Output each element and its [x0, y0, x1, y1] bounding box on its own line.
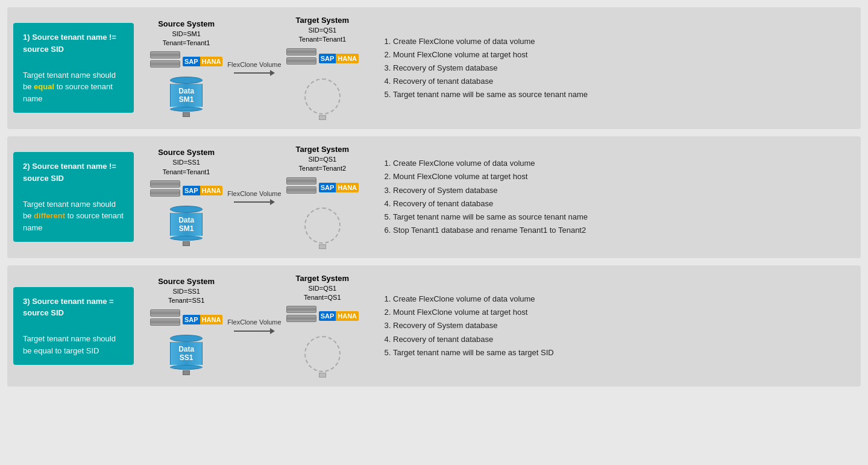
target-title-3: Target System	[296, 274, 350, 283]
hana-text: HANA	[200, 186, 223, 195]
blue-box-3: 3) Source tenant name = source SIDTarget…	[13, 287, 134, 365]
arrow-line-2	[234, 199, 275, 205]
target-sid-1: SID=QS1Tenant=Tenant1	[299, 26, 347, 45]
arrow-body-2	[234, 201, 270, 203]
scenario-number-1: 1) Source tenant name != source SID	[23, 31, 124, 55]
server-icon-2	[150, 189, 180, 197]
sap-hana-text-target-1: SAPHANA	[319, 54, 359, 63]
highlight-1: equal	[34, 82, 54, 91]
server-icon-t2	[286, 186, 316, 194]
target-cyl-3	[304, 336, 341, 372]
cyl-body-source: Data SM1	[170, 213, 203, 236]
data-cylinder-source-1: Data SM1	[170, 77, 203, 117]
sap-hana-text-source-1: SAPHANA	[183, 57, 222, 66]
server-icon-1	[150, 180, 180, 188]
server-icon-t1	[286, 177, 316, 185]
sap-hana-text-source-3: SAPHANA	[183, 315, 222, 324]
scenario-row-3: 3) Source tenant name = source SIDTarget…	[7, 265, 861, 387]
hana-text-t: HANA	[336, 54, 359, 63]
source-title-3: Source System	[158, 277, 215, 286]
arrow-head-3	[270, 328, 275, 334]
cyl-body-source: Data SM1	[170, 84, 203, 107]
server-stack-target-3	[286, 306, 316, 323]
step-2-5: Target tenant name will be same as sourc…	[393, 210, 855, 224]
steps-list-1: Create FlexClone volume of data volumeMo…	[375, 35, 855, 101]
data-cylinder-source-2: Data SM1	[170, 206, 203, 246]
logo-source-3: SAPHANA	[183, 315, 222, 324]
source-sid-2: SID=SS1Tenant=Tenant1	[163, 158, 210, 177]
step-1-5: Target tenant name will be same as sourc…	[393, 88, 855, 101]
step-2-2: Mount FlexClone volume at target host	[393, 170, 855, 183]
step-1-3: Recovery of System database	[393, 62, 855, 75]
sap-hana-target-3: SAPHANA	[286, 306, 359, 326]
diagram-1: Source System SID=SM1Tenant=Tenant1 SAPH…	[140, 16, 369, 121]
target-system-2: Target System SID=QS1Tenant=Tenant2 SAPH…	[286, 145, 359, 250]
step-3-5: Target tenant name will be same as targe…	[393, 346, 855, 359]
arrow-section-3: FlexClone Volume	[227, 318, 281, 334]
arrow-body-1	[234, 72, 270, 74]
target-volume-1	[304, 78, 341, 121]
step-1-2: Mount FlexClone volume at target host	[393, 48, 855, 62]
scenario-number-3: 3) Source tenant name = source SID	[23, 296, 124, 319]
blue-box-2: 2) Source tenant name != source SIDTarge…	[13, 152, 134, 242]
target-small-rect	[319, 373, 326, 378]
step-3-1: Create FlexClone volume of data volume	[393, 293, 855, 306]
server-stack-target-2	[286, 177, 316, 194]
hana-text-t: HANA	[336, 311, 359, 321]
target-system-3: Target System SID=QS1Tenant=QS1 SAPHANA	[286, 274, 359, 379]
target-title-2: Target System	[296, 145, 350, 154]
small-rect-source	[183, 112, 190, 117]
app-container: 1) Source tenant name != source SIDTarge…	[7, 7, 861, 387]
blue-subtitle-2: Target tenant name should be different t…	[23, 186, 124, 233]
source-title-2: Source System	[158, 148, 215, 157]
step-2-1: Create FlexClone volume of data volume	[393, 157, 855, 170]
target-cyl-1	[304, 78, 341, 115]
server-icon-1	[150, 309, 180, 317]
logo-target-2: SAPHANA	[319, 183, 359, 192]
cyl-bottom-source	[170, 236, 203, 241]
blue-subtitle-3: Target tenant name should be equal to ta…	[23, 321, 124, 357]
source-system-2: Source System SID=SS1Tenant=Tenant1 SAPH…	[150, 148, 222, 246]
target-cyl-2	[304, 207, 341, 244]
source-system-1: Source System SID=SM1Tenant=Tenant1 SAPH…	[150, 19, 222, 118]
step-3-4: Recovery of tenant database	[393, 333, 855, 346]
target-volume-3	[304, 336, 341, 378]
server-stack-source-1	[150, 51, 180, 68]
step-2-3: Recovery of System database	[393, 184, 855, 197]
target-sid-3: SID=QS1Tenant=QS1	[304, 284, 341, 303]
blue-subtitle-1: Target tenant name should be equal to so…	[23, 57, 124, 104]
server-icon-1	[150, 51, 180, 59]
cyl-bottom-source	[170, 107, 203, 112]
target-sid-2: SID=QS1Tenant=Tenant2	[299, 155, 347, 174]
logo-target-1: SAPHANA	[319, 54, 359, 63]
scenario-row-1: 1) Source tenant name != source SIDTarge…	[7, 7, 861, 129]
sap-text-t: SAP	[319, 183, 336, 192]
server-stack-source-3	[150, 309, 180, 326]
sap-hana-text-source-2: SAPHANA	[183, 186, 222, 195]
server-icon-t1	[286, 306, 316, 313]
hana-text-t: HANA	[336, 183, 359, 192]
hana-text: HANA	[200, 315, 223, 324]
arrow-head-1	[270, 70, 275, 76]
sap-hana-source-2: SAPHANA	[150, 180, 222, 201]
steps-list-3: Create FlexClone volume of data volumeMo…	[375, 293, 855, 359]
small-rect-source	[183, 370, 190, 375]
arrow-head-2	[270, 199, 275, 205]
cyl-bottom-source	[170, 365, 203, 370]
target-small-rect	[319, 244, 326, 249]
logo-source-1: SAPHANA	[183, 57, 222, 66]
step-2-6: Stop Tenant1 database and rename Tenant1…	[393, 224, 855, 237]
cyl-top-source	[170, 335, 203, 342]
source-sid-1: SID=SM1Tenant=Tenant1	[163, 30, 210, 48]
step-3-2: Mount FlexClone volume at target host	[393, 306, 855, 319]
flexclone-label-1: FlexClone Volume	[227, 60, 281, 69]
scenario-row-2: 2) Source tenant name != source SIDTarge…	[7, 136, 861, 258]
target-system-1: Target System SID=QS1Tenant=Tenant1 SAPH…	[286, 16, 359, 121]
server-stack-target-1	[286, 48, 316, 65]
arrow-body-3	[234, 331, 270, 332]
diagram-2: Source System SID=SS1Tenant=Tenant1 SAPH…	[140, 145, 369, 250]
diagram-3: Source System SID=SS1Tenant=SS1 SAPHANA …	[140, 274, 369, 379]
cyl-top-source	[170, 77, 203, 84]
cyl-top-source	[170, 206, 203, 213]
server-icon-t1	[286, 48, 316, 55]
